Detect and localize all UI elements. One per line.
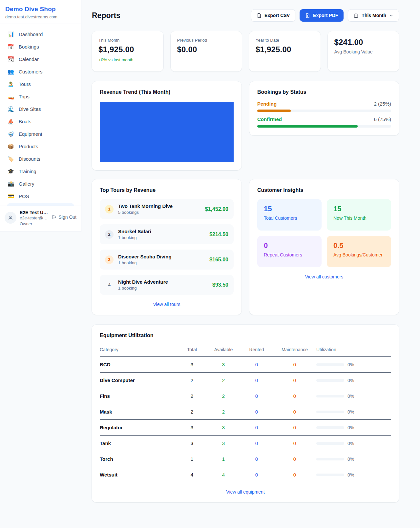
cell-utilization: 0% — [316, 467, 391, 483]
status-label: Pending — [257, 101, 277, 107]
cell-maintenance: 0 — [273, 404, 316, 420]
utilization-bar — [316, 458, 344, 460]
utilization-bar — [316, 426, 344, 429]
cell-total: 1 — [177, 451, 207, 467]
stat-value: $1,925.00 — [256, 45, 314, 54]
export-csv-button[interactable]: Export CSV — [251, 9, 295, 22]
avatar — [5, 212, 16, 224]
export-pdf-button[interactable]: Export PDF — [300, 9, 344, 22]
sidebar-item-training[interactable]: 🎓 Training — [4, 165, 77, 177]
revenue-trend-panel: Revenue Trend (This Month) — [92, 81, 242, 170]
cell-category: Fins — [100, 388, 177, 404]
person-icon — [8, 215, 13, 221]
sidebar-item-dive-sites[interactable]: 🌊 Dive Sites — [4, 103, 77, 115]
cell-category: Mask — [100, 404, 177, 420]
page-header: Reports Export CSV Export PDF — [92, 9, 399, 22]
sidebar-item-pos[interactable]: 💳 POS — [4, 190, 77, 202]
cell-maintenance: 0 — [273, 436, 316, 451]
cell-maintenance: 0 — [273, 420, 316, 436]
tile-label: Total Customers — [264, 215, 315, 221]
sidebar-item-label: Gallery — [19, 181, 34, 187]
stat-label: Avg Booking Value — [334, 49, 393, 54]
status-label: Confirmed — [257, 116, 282, 122]
tour-bookings: 5 bookings — [118, 210, 173, 215]
cell-available: 2 — [207, 388, 240, 404]
tour-name: Snorkel Safari — [118, 229, 151, 234]
tile-value: 15 — [264, 205, 315, 213]
period-label: This Month — [362, 13, 386, 18]
stat-card-year-to-date: Year to Date $1,925.00 — [249, 31, 321, 71]
view-all-customers-link[interactable]: View all customers — [257, 274, 391, 279]
sidebar-item-label: POS — [19, 193, 29, 199]
cell-maintenance: 0 — [273, 388, 316, 404]
table-row: Mask 2 2 0 0 0% — [100, 404, 391, 420]
sailboat-icon: ⛵ — [7, 119, 14, 124]
stat-label: Previous Period — [177, 38, 236, 43]
tag-icon: 🏷️ — [7, 156, 14, 162]
view-all-tours-link[interactable]: View all tours — [100, 302, 234, 307]
sidebar-item-label: Products — [19, 144, 38, 149]
cell-category: Tank — [100, 436, 177, 451]
tile-value: 15 — [333, 205, 385, 213]
cell-available: 3 — [207, 357, 240, 373]
sidebar-item-boats[interactable]: ⛵ Boats — [4, 115, 77, 128]
sign-out-button[interactable]: Sign Out — [51, 210, 76, 220]
tour-row: 3 Discover Scuba Diving 1 booking $165.0… — [100, 250, 234, 270]
status-row-pending: Pending 2 (25%) — [257, 101, 391, 112]
sidebar-item-calendar[interactable]: 📆 Calendar — [4, 53, 77, 65]
sidebar-item-gallery[interactable]: 📸 Gallery — [4, 178, 77, 190]
col-total: Total — [177, 344, 207, 357]
sidebar-item-products[interactable]: 📦 Products — [4, 140, 77, 152]
sidebar-item-customers[interactable]: 👥 Customers — [4, 66, 77, 78]
cell-available: 3 — [207, 436, 240, 451]
shop-name: Demo Dive Shop — [5, 6, 76, 13]
sidebar-item-label: Training — [19, 169, 36, 174]
sidebar-item-dashboard[interactable]: 📊 Dashboard — [4, 28, 77, 40]
sidebar-item-tours[interactable]: 🏝️ Tours — [4, 78, 77, 90]
sidebar-item-discounts[interactable]: 🏷️ Discounts — [4, 153, 77, 165]
app-root: Demo Dive Shop demo.test.divestreams.com… — [0, 0, 420, 516]
tour-name: Two Tank Morning Dive — [118, 203, 173, 209]
brand-block: Demo Dive Shop demo.test.divestreams.com — [0, 0, 81, 24]
tour-amount: $93.50 — [212, 282, 228, 288]
utilization-bar — [316, 442, 344, 445]
sidebar-item-reports-active-partial[interactable] — [7, 203, 74, 206]
cell-category: Regulator — [100, 420, 177, 436]
stat-card-previous-period: Previous Period $0.00 — [171, 31, 242, 71]
table-row: Dive Computer 2 2 0 0 0% — [100, 373, 391, 388]
status-row-confirmed: Confirmed 6 (75%) — [257, 116, 391, 128]
sidebar-item-label: Calendar — [19, 56, 39, 62]
bookings-by-status-panel: Bookings by Status Pending 2 (25%) Confi… — [249, 81, 399, 135]
sidebar-item-bookings[interactable]: 📅 Bookings — [4, 41, 77, 53]
progress-bar — [257, 125, 391, 128]
panel-title: Bookings by Status — [257, 89, 391, 95]
period-dropdown[interactable]: This Month — [348, 9, 399, 22]
cell-utilization: 0% — [316, 373, 391, 388]
diving-mask-icon: 🤿 — [7, 132, 14, 137]
progress-bar-fill — [257, 125, 358, 128]
sidebar-item-label: Discounts — [19, 156, 40, 162]
col-rented: Rented — [240, 344, 273, 357]
sidebar: Demo Dive Shop demo.test.divestreams.com… — [0, 0, 81, 232]
stat-label: This Month — [98, 38, 157, 43]
panel-title: Customer Insights — [257, 187, 391, 193]
tear-calendar-icon: 📆 — [7, 57, 14, 62]
sidebar-item-label: Trips — [19, 94, 30, 99]
sidebar-item-equipment[interactable]: 🤿 Equipment — [4, 128, 77, 140]
graduation-cap-icon: 🎓 — [7, 169, 14, 174]
tile-total-customers: 15 Total Customers — [257, 199, 322, 231]
dashboard-icon: 📊 — [7, 32, 14, 37]
user-email: e2e-tester@… — [20, 215, 48, 221]
top-tours-panel: Top Tours by Revenue 1 Two Tank Morning … — [92, 179, 242, 315]
tours-list: 1 Two Tank Morning Dive 5 bookings $1,45… — [100, 199, 234, 295]
header-actions: Export CSV Export PDF This Month — [251, 9, 399, 22]
utilization-bar — [316, 363, 344, 366]
cell-available: 2 — [207, 373, 240, 388]
cell-available: 2 — [207, 404, 240, 420]
cell-maintenance: 0 — [273, 467, 316, 483]
sidebar-item-label: Equipment — [19, 131, 42, 137]
table-row: BCD 3 3 0 0 0% — [100, 357, 391, 373]
view-all-equipment-link[interactable]: View all equipment — [100, 489, 391, 495]
sidebar-item-trips[interactable]: 🚤 Trips — [4, 91, 77, 103]
tour-amount: $165.00 — [209, 257, 228, 263]
